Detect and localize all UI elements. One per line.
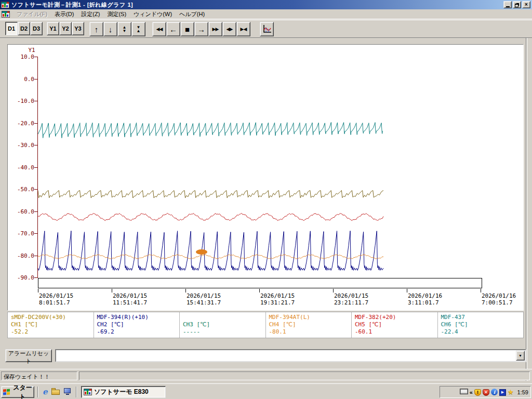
x-tick-mark [407, 289, 407, 292]
document-icon[interactable] [2, 11, 10, 18]
window-restore-button[interactable] [513, 1, 521, 8]
toolbar-button-step-back[interactable]: ← [166, 22, 180, 36]
toolbar-button-stop[interactable]: ■ [180, 22, 194, 36]
toolbar-button-rewind[interactable]: ◀◀ [152, 22, 166, 36]
window-close-button[interactable]: × [522, 1, 530, 8]
menu-item-settings[interactable]: 設定(Z) [77, 9, 103, 19]
title-bar: ソフトサーモ計測－計測1 - [折れ線グラフ 1] × [0, 0, 532, 9]
channel-unit: CH3 [℃] [183, 321, 265, 328]
channel-value: ----- [183, 328, 265, 336]
x-tick-time: 15:41:31.7 [187, 299, 234, 306]
x-tick-date: 2026/01/15 [113, 292, 161, 299]
internet-explorer-icon[interactable]: e [43, 387, 48, 396]
toolbar-button-y3[interactable]: Y3 [72, 22, 84, 35]
favorites-star-icon[interactable]: ★ [508, 388, 514, 396]
toolbar-button-fast-forward[interactable]: ▶▶ [208, 22, 222, 36]
toolbar-button-compress-x[interactable]: ▶◀ [236, 22, 250, 36]
x-tick-label: 2026/01/1511:51:41.7 [113, 292, 161, 306]
menu-item-view[interactable]: 表示(D) [51, 9, 77, 19]
window-controls: × [503, 1, 530, 8]
channel-unit: CH1 [℃] [11, 321, 94, 328]
channel-name: sMDF-DC200V(+30) [11, 314, 94, 321]
anomaly-marker [196, 249, 207, 255]
x-tick-time: 19:31:21.7 [260, 299, 308, 306]
screen: ソフトサーモ計測－計測1 - [折れ線グラフ 1] × ファイル(F)表示(D)… [0, 0, 532, 399]
x-tick-time: 8:01:51.7 [39, 299, 87, 306]
menu-item-window[interactable]: ウィンドウ(W) [130, 9, 176, 19]
y-tick-mark [34, 211, 37, 212]
x-tick-label: 2026/01/158:01:51.7 [39, 292, 87, 306]
channel-value: -52.2 [11, 328, 94, 336]
y-tick-label: -60.0 [8, 208, 34, 215]
menu-item-file[interactable]: ファイル(F) [13, 9, 51, 19]
x-tick-date: 2026/01/16 [408, 292, 456, 299]
menu-item-help[interactable]: ヘルプ(H) [176, 9, 208, 19]
y-tick-mark [34, 79, 37, 79]
expand-y-icon: ▲▼ [123, 25, 127, 33]
taskbar: スタート e ソフトサーモ E830 «!×i▶★1:59 [0, 383, 532, 399]
x-tick-time: 11:51:41.7 [113, 299, 161, 306]
taskbar-separator-2 [76, 387, 77, 397]
security-warning-icon[interactable]: ! [474, 389, 481, 396]
toolbar-button-y2[interactable]: Y2 [59, 22, 72, 35]
alarm-reset-button[interactable]: アラームリセット [5, 349, 52, 362]
legend-cell-ch6: MDF-437CH6 [℃]-22.4 [438, 312, 524, 338]
range-indicator-box[interactable] [38, 278, 482, 288]
toolbar-button-step-forward[interactable]: → [194, 22, 208, 36]
status-text: 保存ウェイト！！ [4, 374, 50, 380]
tray-clock: 1:59 [517, 389, 528, 395]
channel-unit: CH2 [℃] [97, 321, 180, 328]
folder-icon[interactable] [51, 388, 60, 396]
show-desktop-icon[interactable] [63, 388, 72, 396]
combo-dropdown-button[interactable]: ▼ [516, 351, 525, 361]
channel-value: -60.1 [355, 328, 437, 336]
toolbar-button-scroll-down[interactable]: ↓ [103, 22, 117, 36]
window-minimize-button[interactable] [503, 1, 512, 8]
restore-icon [515, 4, 518, 7]
app-icon [1, 2, 9, 8]
media-play-icon[interactable]: ▶ [499, 388, 506, 396]
status-bar: 保存ウェイト！！ [0, 369, 532, 380]
start-button[interactable]: スタート [1, 386, 34, 398]
toolbar-button-compress-y[interactable]: ▼▲ [131, 22, 145, 36]
client-area: Y1 10.00.0-10.0-20.0-30.0-40.0-50.0-60.0… [0, 38, 532, 383]
x-tick-mark [259, 289, 260, 292]
alarm-combobox[interactable]: ▼ [55, 349, 526, 362]
collapse-chevron-icon[interactable]: « [470, 389, 473, 395]
security-error-icon[interactable]: × [483, 389, 489, 396]
toolbar-button-d3[interactable]: D3 [30, 22, 43, 35]
menu-item-measure[interactable]: 測定(S) [103, 9, 130, 19]
toolbar-button-scroll-up[interactable]: ↑ [89, 22, 103, 36]
channel-value: -69.2 [97, 328, 180, 336]
channel-name: MDF-394(R)(+10) [97, 314, 180, 321]
x-tick-mark [185, 289, 186, 292]
channel-value: -22.4 [441, 328, 524, 336]
y-tick-mark [34, 189, 37, 190]
channel-name: MDF-382(+20) [355, 314, 437, 321]
chevron-down-icon: ▼ [518, 354, 522, 357]
x-tick-label: 2026/01/167:00:51.7 [482, 292, 529, 306]
toolbar-button-y1[interactable]: Y1 [47, 22, 59, 35]
y-tick-label: 0.0 [8, 76, 34, 83]
toolbar-button-expand-y[interactable]: ▲▼ [117, 22, 131, 36]
y-tick-label: -30.0 [8, 142, 34, 149]
y-tick-mark [34, 167, 37, 168]
toolbar-button-expand-x[interactable]: ◀▶ [222, 22, 236, 36]
y-tick-label: 10.0 [8, 54, 34, 60]
y-tick-label: -80.0 [8, 252, 34, 259]
channel-unit: CH5 [℃] [355, 321, 437, 328]
x-tick-label: 2026/01/163:11:01.7 [408, 292, 456, 306]
keyboard-layout-icon[interactable] [460, 389, 468, 395]
toolbar-button-d1[interactable]: D1 [5, 22, 18, 35]
y-tick-mark [34, 233, 37, 234]
graph-settings-button[interactable] [260, 22, 274, 36]
legend-cell-ch1: sMDF-DC200V(+30)CH1 [℃]-52.2 [8, 312, 94, 338]
info-notification-icon[interactable]: i [491, 389, 498, 396]
series-CH4 [38, 255, 383, 259]
y-tick-mark [34, 256, 37, 256]
toolbar-button-d2[interactable]: D2 [18, 22, 30, 35]
legend-cell-ch4: MDF-394AT(L)CH4 [℃]-80.1 [266, 312, 352, 338]
taskbar-app-button[interactable]: ソフトサーモ E830 [81, 386, 166, 398]
series-CH5 [38, 213, 383, 220]
mdi-edge [526, 38, 527, 381]
